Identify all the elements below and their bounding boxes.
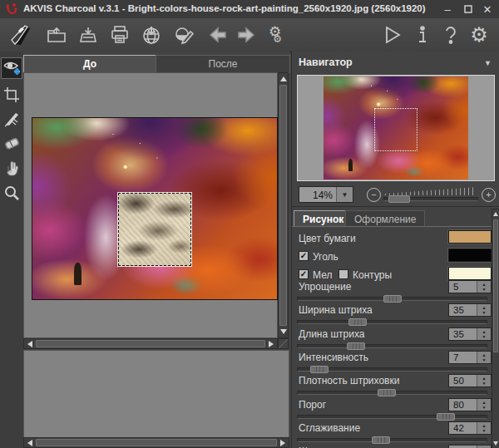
charcoal-color-swatch[interactable] <box>448 249 492 262</box>
scroll-up-icon[interactable] <box>280 76 287 81</box>
parameter-spinbox[interactable]: 50 ▲ ▼ <box>448 374 492 387</box>
tab-before[interactable]: До <box>23 55 156 72</box>
open-image-button[interactable] <box>43 22 70 48</box>
parameter-slider[interactable] <box>297 436 487 444</box>
charcoal-preview-square[interactable] <box>118 193 191 266</box>
image-viewport[interactable] <box>23 72 278 338</box>
horizontal-scroll-thumb[interactable] <box>36 340 265 347</box>
zoom-in-button[interactable]: + <box>482 188 496 202</box>
spin-down-icon[interactable]: ▼ <box>482 406 487 410</box>
spin-up-icon[interactable]: ▲ <box>482 401 487 405</box>
spinner-arrows-icon[interactable]: ▲ ▼ <box>477 328 491 340</box>
bottom-horizontal-scroll-thumb[interactable] <box>36 439 277 446</box>
navigator-thumbnail[interactable] <box>324 76 468 180</box>
contours-checkbox[interactable] <box>338 269 348 279</box>
slider-handle[interactable] <box>378 389 396 396</box>
slider-track[interactable] <box>297 415 487 419</box>
spin-down-icon[interactable]: ▼ <box>482 382 487 386</box>
tab-decoration[interactable]: Оформление <box>345 210 425 227</box>
scroll-down-icon[interactable] <box>280 329 287 334</box>
spinner-arrows-icon[interactable]: ▲ ▼ <box>477 304 491 316</box>
parameter-slider[interactable] <box>297 413 487 421</box>
scroll-left-icon[interactable] <box>27 341 32 347</box>
paper-color-swatch[interactable] <box>448 230 492 244</box>
parameter-slider[interactable] <box>297 389 487 396</box>
slider-track[interactable] <box>297 344 487 348</box>
slider-handle[interactable] <box>383 295 402 303</box>
spinner-arrows-icon[interactable]: ▲ ▼ <box>477 375 491 386</box>
scroll-left-icon[interactable] <box>27 440 32 446</box>
spinner-arrows-icon[interactable]: ▲ ▼ <box>477 352 491 363</box>
horizontal-scrollbar[interactable] <box>23 338 278 349</box>
slider-handle[interactable] <box>437 413 455 421</box>
charcoal-checkbox[interactable]: ✓ <box>299 251 309 261</box>
spinner-arrows-icon[interactable]: ▲ ▼ <box>477 422 491 434</box>
bottom-horizontal-scrollbar[interactable] <box>23 437 289 448</box>
spin-down-icon[interactable]: ▼ <box>482 358 487 362</box>
scroll-up-icon[interactable] <box>493 212 498 216</box>
vertical-scrollbar[interactable] <box>278 72 289 338</box>
maximize-button[interactable] <box>460 2 477 17</box>
spin-up-icon[interactable]: ▲ <box>482 424 487 428</box>
help-button[interactable] <box>437 22 464 48</box>
navigator-selection-rect[interactable] <box>374 108 417 151</box>
scroll-down-icon[interactable] <box>493 441 498 446</box>
spin-down-icon[interactable]: ▼ <box>482 288 487 292</box>
slider-track[interactable] <box>297 438 487 442</box>
batch-processing-button[interactable]: ⚙ ⚙ <box>263 22 289 48</box>
spin-down-icon[interactable]: ▼ <box>482 429 487 433</box>
spin-down-icon[interactable]: ▼ <box>482 335 487 339</box>
navigator-collapse-icon[interactable]: ▼ <box>484 59 492 67</box>
parameter-spinbox[interactable]: 7 ▲ ▼ <box>448 351 492 364</box>
run-button[interactable] <box>378 22 405 48</box>
parameter-slider[interactable] <box>297 342 487 350</box>
parameter-spinbox[interactable]: 70 ▲ ▼ <box>448 445 492 448</box>
slider-handle[interactable] <box>347 342 365 350</box>
next-image-button[interactable] <box>233 22 259 48</box>
tab-drawing[interactable]: Рисунок <box>294 210 353 227</box>
close-button[interactable]: ✕ <box>479 2 496 17</box>
eraser-tool[interactable] <box>2 132 22 152</box>
spin-up-icon[interactable]: ▲ <box>482 330 487 334</box>
spinner-arrows-icon[interactable]: ▲ ▼ <box>477 281 491 293</box>
zoom-combobox[interactable]: 14% ▼ <box>299 186 353 203</box>
slider-track[interactable] <box>297 320 487 324</box>
spin-down-icon[interactable]: ▼ <box>482 311 487 315</box>
parameter-slider[interactable] <box>297 366 487 373</box>
print-button[interactable] <box>106 22 133 48</box>
title-bar[interactable]: AKVIS Charcoal v.3.1 - Bright-colors-hou… <box>0 0 499 19</box>
parameter-slider[interactable] <box>297 318 487 326</box>
previous-image-button[interactable] <box>205 22 231 48</box>
scroll-right-icon[interactable] <box>280 440 285 446</box>
settings-scroll-thumb[interactable] <box>493 219 498 352</box>
parameter-spinbox[interactable]: 5 ▲ ▼ <box>448 280 492 293</box>
spin-up-icon[interactable]: ▲ <box>482 377 487 381</box>
tab-after[interactable]: После <box>156 55 290 72</box>
parameter-spinbox[interactable]: 42 ▲ ▼ <box>448 421 492 435</box>
chalk-checkbox[interactable]: ✓ <box>299 269 309 279</box>
vertical-scroll-thumb[interactable] <box>279 85 287 326</box>
zoom-out-button[interactable]: − <box>367 188 381 202</box>
crop-tool[interactable] <box>2 85 22 105</box>
parameter-spinbox[interactable]: 80 ▲ ▼ <box>448 398 492 411</box>
slider-handle[interactable] <box>348 318 367 326</box>
import-from-web-button[interactable] <box>138 22 165 48</box>
preferences-button[interactable]: ⚙ <box>466 22 492 48</box>
save-image-button[interactable] <box>75 22 101 48</box>
chalk-color-swatch[interactable] <box>448 267 492 280</box>
quick-preview-tool[interactable] <box>2 58 22 78</box>
spin-up-icon[interactable]: ▲ <box>482 353 487 357</box>
slider-handle[interactable] <box>310 366 329 373</box>
share-image-button[interactable] <box>171 22 198 48</box>
zoom-tool[interactable] <box>2 183 22 203</box>
settings-scrollbar[interactable] <box>492 209 499 448</box>
info-button[interactable] <box>409 22 436 48</box>
hand-pan-tool[interactable] <box>2 158 22 178</box>
parameter-spinbox[interactable]: 35 ▲ ▼ <box>448 327 492 341</box>
zoom-slider-handle[interactable] <box>388 195 410 203</box>
parameter-slider[interactable] <box>297 295 487 303</box>
zoom-dropdown-icon[interactable]: ▼ <box>336 187 353 202</box>
stroke-brush-tool[interactable] <box>2 108 22 128</box>
slider-handle[interactable] <box>372 436 390 444</box>
spinner-arrows-icon[interactable]: ▲ ▼ <box>477 399 491 411</box>
